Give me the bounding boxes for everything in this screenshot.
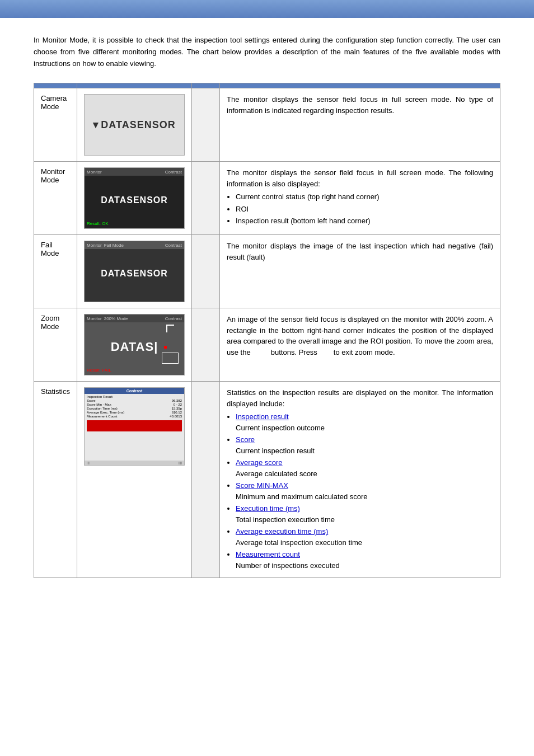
mode-label-monitor: MonitorMode <box>34 162 77 235</box>
stats-bullet-minmax: Score MIN-MAX Minimum and maximum calcul… <box>236 480 493 502</box>
stats-bullet-avgscore: Average score Average calculated score <box>236 457 493 479</box>
stats-sub-minmax: Minimum and maximum calculated score <box>236 492 368 501</box>
stats-sub-avgexec: Average total inspection execution time <box>236 538 362 547</box>
desc-statistics: Statistics on the inspection results are… <box>220 382 500 578</box>
table-row-zoom: ZoomMode Monitor 200% Mode Contrast DATA… <box>34 308 500 382</box>
monitor-bullet-1: Current control status (top right hand c… <box>236 191 493 203</box>
desc-monitor: The monitor displays the sensor field fo… <box>220 162 500 235</box>
image-cell-statistics: Contrast Inspection Result Score 96.382 … <box>77 382 192 578</box>
stats-bullets-list: Inspection result Current inspection out… <box>236 411 493 571</box>
stats-link-count[interactable]: Measurement count <box>236 550 300 558</box>
monitor-result: Result: OK <box>87 221 109 226</box>
stats-bottom-right: |||| <box>179 461 182 464</box>
monitor-logo: DATASENSOR <box>101 195 168 205</box>
main-content: In Monitor Mode, it is possible to check… <box>0 18 534 600</box>
stats-link-minmax[interactable]: Score MIN-MAX <box>236 481 288 490</box>
stats-sub-exectime: Total inspection execution time <box>236 515 335 524</box>
stats-bottom-left: ||| <box>87 461 90 464</box>
zoom-top-bar: Monitor 200% Mode Contrast <box>85 314 184 322</box>
mode-label-statistics: Statistics <box>34 382 77 578</box>
table-row-monitor: MonitorMode Monitor Contrast DATASENSOR … <box>34 162 500 235</box>
mode-label-fail: FailMode <box>34 235 77 308</box>
stats-row-avgtime: Average Exec. Time (ms) 610.12 <box>87 411 182 414</box>
image-cell-fail: Monitor Fail Mode Contrast DATASENSOR <box>77 235 192 308</box>
header-cell-1 <box>34 83 77 88</box>
table-row-fail: FailMode Monitor Fail Mode Contrast DATA… <box>34 235 500 308</box>
table-header-row <box>34 83 500 88</box>
monitor-top-right: Contrast <box>165 170 182 175</box>
header-cell-3 <box>220 83 500 88</box>
stats-sub-count: Number of inspections executed <box>236 561 340 570</box>
stats-label-score: Score <box>87 399 96 402</box>
monitor-top-left: Monitor <box>87 170 102 175</box>
stats-link-exectime[interactable]: Execution time (ms) <box>236 504 300 513</box>
fail-mode-image: Monitor Fail Mode Contrast DATASENSOR <box>84 241 185 302</box>
stats-bottom: ||| |||| <box>85 461 184 465</box>
fail-mode-label: Fail Mode <box>104 243 124 248</box>
stats-row-score: Score 96.382 <box>87 399 182 402</box>
zoom-cursor-icon <box>166 325 174 332</box>
datasensor-logo-camera: ▾ DATASENSOR <box>93 119 175 131</box>
fail-logo: DATASENSOR <box>101 269 168 279</box>
stats-value-avgtime: 610.12 <box>172 411 182 414</box>
logo-text-camera: DATASENSOR <box>101 119 175 131</box>
stats-bullet-score: Score Current inspection result <box>236 434 493 456</box>
desc-camera-text: The monitor displays the sensor field fo… <box>227 95 493 115</box>
stats-value-count: 40.6013 <box>170 415 182 418</box>
monitor-mode-image: Monitor Contrast DATASENSOR Result: OK <box>84 167 185 229</box>
desc-stats-intro: Statistics on the inspection results are… <box>227 388 493 408</box>
stats-bullet-avgexec: Average execution time (ms) Average tota… <box>236 526 493 548</box>
fail-top-bar: Monitor Fail Mode Contrast <box>85 241 184 249</box>
desc-fail: The monitor displays the image of the la… <box>220 235 500 308</box>
stats-value-minmax: 0 - 22 <box>174 403 182 406</box>
logo-icon-camera: ▾ <box>93 119 99 131</box>
stats-sub-avgscore: Average calculated score <box>236 469 317 478</box>
stats-sub-score: Current inspection result <box>236 447 315 455</box>
stats-row-minmax: Score Min - Max 0 - 22 <box>87 403 182 406</box>
stats-bullet-exectime: Execution time (ms) Total inspection exe… <box>236 503 493 525</box>
stats-row-inspection: Inspection Result <box>87 395 182 398</box>
desc-camera: The monitor displays the sensor field fo… <box>220 88 500 162</box>
spacer-camera <box>192 88 220 162</box>
zoom-logo: DATAS| <box>111 340 158 354</box>
stats-red-bar <box>87 420 182 431</box>
header-cell-spacer <box>192 83 220 88</box>
mode-label-camera: CameraMode <box>34 88 77 162</box>
spacer-monitor <box>192 162 220 235</box>
stats-label-inspection: Inspection Result <box>87 395 113 398</box>
zoom-result: Result: FAIL <box>87 368 111 373</box>
modes-table: CameraMode ▾ DATASENSOR The monitor disp… <box>34 83 500 578</box>
stats-link-avgscore[interactable]: Average score <box>236 458 283 467</box>
zoom-mode-image: Monitor 200% Mode Contrast DATAS| Result… <box>84 314 185 375</box>
table-row-statistics: Statistics Contrast Inspection Result Sc… <box>34 382 500 578</box>
stats-header: Contrast <box>85 388 184 394</box>
top-navigation-bar <box>0 0 534 18</box>
table-row-camera: CameraMode ▾ DATASENSOR The monitor disp… <box>34 88 500 162</box>
monitor-bullet-2: ROI <box>236 204 493 215</box>
monitor-bullet-3: Inspection result (bottom left hand corn… <box>236 215 493 227</box>
fail-top-right: Contrast <box>165 243 182 248</box>
stats-link-score[interactable]: Score <box>236 435 255 444</box>
header-cell-2 <box>77 83 192 88</box>
spacer-fail <box>192 235 220 308</box>
stats-label-avgtime: Average Exec. Time (ms) <box>87 411 124 414</box>
stats-value-exectime: 15.35p <box>172 407 182 410</box>
stats-label-minmax: Score Min - Max <box>87 403 111 406</box>
desc-monitor-intro: The monitor displays the sensor field fo… <box>227 168 493 188</box>
zoom-rectangle <box>162 353 179 364</box>
fail-top-left: Monitor <box>87 243 102 248</box>
image-cell-camera: ▾ DATASENSOR <box>77 88 192 162</box>
stats-link-avgexec[interactable]: Average execution time (ms) <box>236 527 328 536</box>
stats-sub-inspection: Current inspection outcome <box>236 424 325 432</box>
statistics-mode-image: Contrast Inspection Result Score 96.382 … <box>84 387 185 466</box>
spacer-statistics <box>192 382 220 578</box>
stats-value-score: 96.382 <box>172 399 182 402</box>
stats-link-inspection[interactable]: Inspection result <box>236 412 289 421</box>
mode-label-zoom: ZoomMode <box>34 308 77 382</box>
stats-row-count: Measurement Count 40.6013 <box>87 415 182 418</box>
stats-row-exectime: Execution Time (ms) 15.35p <box>87 407 182 410</box>
camera-mode-image: ▾ DATASENSOR <box>84 94 185 156</box>
stats-body: Inspection Result Score 96.382 Score Min… <box>85 394 184 461</box>
stats-bullet-count: Measurement count Number of inspections … <box>236 549 493 571</box>
spacer-zoom <box>192 308 220 382</box>
